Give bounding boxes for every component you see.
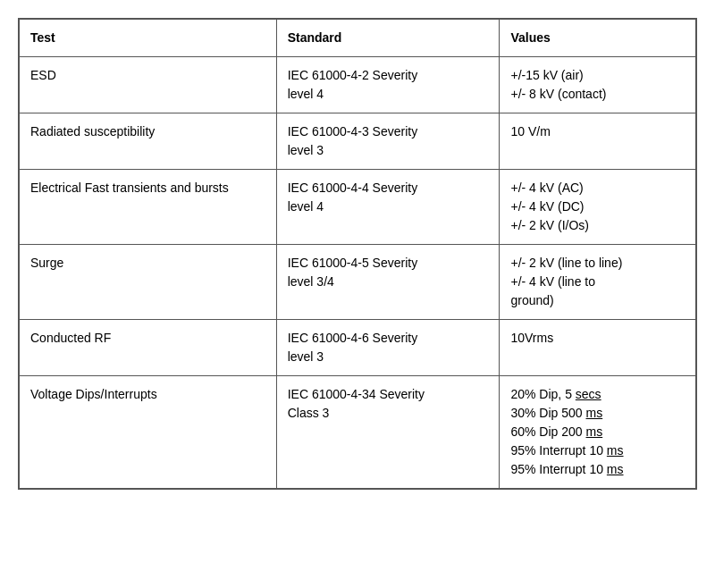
standard-text: IEC 61000-4-6 Severitylevel 3 bbox=[288, 331, 418, 364]
header-standard: Standard bbox=[276, 20, 500, 57]
table-header-row: Test Standard Values bbox=[20, 20, 696, 57]
value-line: +/- 2 kV (line to line)+/- 4 kV (line to… bbox=[510, 256, 622, 307]
cell-test: Electrical Fast transients and bursts bbox=[20, 170, 277, 245]
cell-test: Voltage Dips/Interrupts bbox=[20, 376, 277, 489]
cell-standard: IEC 61000-4-34 SeverityClass 3 bbox=[276, 376, 500, 489]
standard-text: IEC 61000-4-5 Severitylevel 3/4 bbox=[288, 256, 418, 289]
standard-text: IEC 61000-4-3 Severitylevel 3 bbox=[288, 124, 418, 157]
table-row: Surge IEC 61000-4-5 Severitylevel 3/4 +/… bbox=[20, 245, 696, 320]
cell-standard: IEC 61000-4-6 Severitylevel 3 bbox=[276, 320, 500, 376]
table-row: ESD IEC 61000-4-2 Severitylevel 4 +/-15 … bbox=[20, 57, 696, 113]
cell-values: 10 V/m bbox=[500, 113, 696, 170]
table-row: Electrical Fast transients and bursts IE… bbox=[20, 170, 696, 245]
standard-text: IEC 61000-4-4 Severitylevel 4 bbox=[288, 181, 418, 214]
cell-values: +/- 4 kV (AC)+/- 4 kV (DC)+/- 2 kV (I/Os… bbox=[500, 170, 696, 245]
cell-test: Conducted RF bbox=[20, 320, 277, 376]
value-line: 20% Dip, 5 secs 30% Dip 500 ms 60% Dip 2… bbox=[510, 387, 623, 476]
cell-standard: IEC 61000-4-5 Severitylevel 3/4 bbox=[276, 245, 500, 320]
emi-table-wrapper: Test Standard Values ESD IEC 61000-4-2 S… bbox=[18, 18, 697, 490]
cell-standard: IEC 61000-4-4 Severitylevel 4 bbox=[276, 170, 500, 245]
value-line: 10 V/m bbox=[510, 124, 550, 139]
header-test: Test bbox=[20, 20, 277, 57]
cell-test: Surge bbox=[20, 245, 277, 320]
cell-values: +/-15 kV (air)+/- 8 kV (contact) bbox=[500, 57, 696, 113]
header-values: Values bbox=[500, 20, 696, 57]
cell-standard: IEC 61000-4-2 Severitylevel 4 bbox=[276, 57, 500, 113]
standard-text: IEC 61000-4-34 SeverityClass 3 bbox=[288, 387, 425, 420]
cell-standard: IEC 61000-4-3 Severitylevel 3 bbox=[276, 113, 500, 170]
value-line: +/-15 kV (air)+/- 8 kV (contact) bbox=[510, 68, 606, 101]
cell-test: ESD bbox=[20, 57, 277, 113]
table-row: Voltage Dips/Interrupts IEC 61000-4-34 S… bbox=[20, 376, 696, 489]
test-text: Electrical Fast transients and bursts bbox=[30, 181, 229, 195]
value-line: +/- 4 kV (AC)+/- 4 kV (DC)+/- 2 kV (I/Os… bbox=[510, 181, 589, 232]
cell-values: +/- 2 kV (line to line)+/- 4 kV (line to… bbox=[500, 245, 696, 320]
table-row: Radiated susceptibility IEC 61000-4-3 Se… bbox=[20, 113, 696, 170]
cell-values: 10Vrms bbox=[500, 320, 696, 376]
table-row: Conducted RF IEC 61000-4-6 Severitylevel… bbox=[20, 320, 696, 376]
cell-test: Radiated susceptibility bbox=[20, 113, 277, 170]
standard-text: IEC 61000-4-2 Severitylevel 4 bbox=[288, 68, 418, 101]
value-line: 10Vrms bbox=[510, 331, 553, 345]
emi-table: Test Standard Values ESD IEC 61000-4-2 S… bbox=[19, 19, 696, 489]
cell-values: 20% Dip, 5 secs 30% Dip 500 ms 60% Dip 2… bbox=[500, 376, 696, 489]
